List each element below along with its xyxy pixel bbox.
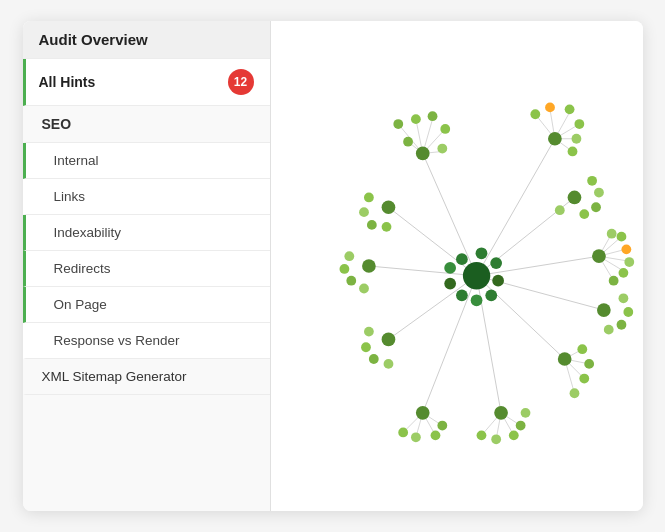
svg-point-81 — [616, 320, 626, 330]
svg-point-73 — [621, 244, 631, 254]
sidebar-item-label: SEO — [42, 116, 72, 132]
sidebar-item-label: Response vs Render — [54, 333, 180, 348]
sidebar-item-seo[interactable]: SEO — [23, 106, 270, 143]
svg-line-1 — [476, 139, 554, 276]
svg-point-49 — [444, 278, 456, 290]
svg-point-70 — [554, 205, 564, 215]
svg-point-105 — [344, 251, 354, 261]
svg-point-71 — [592, 249, 606, 263]
sidebar-item-indexability[interactable]: Indexability — [23, 215, 270, 251]
svg-point-63 — [571, 134, 581, 144]
svg-point-87 — [577, 344, 587, 354]
svg-point-91 — [508, 430, 518, 440]
svg-point-56 — [403, 137, 413, 147]
svg-point-79 — [618, 293, 628, 303]
svg-point-45 — [492, 275, 504, 287]
svg-point-78 — [596, 303, 610, 317]
svg-point-55 — [437, 144, 447, 154]
svg-line-8 — [388, 276, 476, 340]
svg-point-41 — [462, 262, 489, 289]
svg-point-98 — [437, 421, 447, 431]
sidebar-item-label: Audit Overview — [39, 31, 148, 48]
svg-point-43 — [475, 247, 487, 259]
svg-line-9 — [368, 266, 476, 276]
svg-point-103 — [383, 359, 393, 369]
svg-point-104 — [362, 259, 376, 273]
svg-point-86 — [584, 359, 594, 369]
svg-point-90 — [491, 434, 501, 444]
svg-point-68 — [591, 202, 601, 212]
svg-point-75 — [618, 268, 628, 278]
svg-point-52 — [410, 114, 420, 124]
svg-point-53 — [427, 111, 437, 121]
svg-point-96 — [410, 432, 420, 442]
svg-line-10 — [388, 207, 476, 276]
sidebar: Audit Overview All Hints 12 SEO Internal… — [23, 21, 271, 511]
graph-area — [271, 21, 643, 511]
svg-point-84 — [579, 374, 589, 384]
svg-point-64 — [567, 147, 577, 157]
sidebar-item-links[interactable]: Links — [23, 179, 270, 215]
svg-line-7 — [422, 276, 476, 413]
sidebar-item-label: Redirects — [54, 261, 111, 276]
hints-badge: 12 — [228, 69, 254, 95]
svg-point-61 — [564, 104, 574, 114]
svg-point-59 — [530, 109, 540, 119]
svg-point-74 — [624, 257, 634, 267]
sidebar-item-label: Indexability — [54, 225, 122, 240]
svg-point-76 — [608, 276, 618, 286]
sidebar-item-redirects[interactable]: Redirects — [23, 251, 270, 287]
network-graph — [271, 21, 643, 511]
svg-point-50 — [444, 262, 456, 274]
svg-point-48 — [456, 289, 468, 301]
svg-point-95 — [398, 428, 408, 438]
svg-point-99 — [381, 333, 395, 347]
sidebar-item-label: Internal — [54, 153, 99, 168]
svg-point-51 — [393, 119, 403, 129]
svg-point-109 — [381, 200, 395, 214]
svg-point-42 — [456, 253, 468, 265]
svg-point-58 — [548, 132, 562, 146]
svg-point-93 — [520, 408, 530, 418]
svg-point-106 — [339, 264, 349, 274]
svg-point-101 — [361, 342, 371, 352]
svg-point-54 — [440, 124, 450, 134]
svg-line-5 — [476, 276, 564, 359]
sidebar-item-on-page[interactable]: On Page — [23, 287, 270, 323]
svg-point-62 — [574, 119, 584, 129]
svg-point-88 — [494, 406, 508, 420]
svg-point-82 — [603, 325, 613, 335]
sidebar-item-label: All Hints — [39, 74, 96, 90]
svg-point-112 — [366, 220, 376, 230]
svg-point-92 — [515, 421, 525, 431]
svg-point-65 — [567, 191, 581, 205]
svg-line-0 — [422, 153, 476, 275]
svg-point-110 — [364, 193, 374, 203]
svg-point-66 — [587, 176, 597, 186]
sidebar-item-all-hints[interactable]: All Hints 12 — [23, 59, 270, 106]
sidebar-item-label: Links — [54, 189, 86, 204]
svg-point-89 — [476, 430, 486, 440]
svg-point-67 — [594, 188, 604, 198]
svg-point-102 — [368, 354, 378, 364]
sidebar-item-label: XML Sitemap Generator — [42, 369, 187, 384]
sidebar-item-audit-overview[interactable]: Audit Overview — [23, 21, 270, 59]
svg-point-83 — [557, 352, 571, 366]
svg-point-108 — [359, 284, 369, 294]
sidebar-item-response-vs-render[interactable]: Response vs Render — [23, 323, 270, 359]
svg-point-60 — [545, 103, 555, 113]
svg-point-77 — [606, 229, 616, 239]
sidebar-item-internal[interactable]: Internal — [23, 143, 270, 179]
svg-point-97 — [430, 430, 440, 440]
svg-point-57 — [415, 147, 429, 161]
sidebar-item-xml-sitemap[interactable]: XML Sitemap Generator — [23, 359, 270, 395]
sidebar-item-label: On Page — [54, 297, 107, 312]
svg-point-47 — [470, 294, 482, 306]
svg-point-85 — [569, 388, 579, 398]
svg-point-107 — [346, 276, 356, 286]
app-container: Audit Overview All Hints 12 SEO Internal… — [23, 21, 643, 511]
svg-point-80 — [623, 307, 633, 317]
svg-point-100 — [364, 327, 374, 337]
svg-point-94 — [415, 406, 429, 420]
svg-point-44 — [490, 257, 502, 269]
